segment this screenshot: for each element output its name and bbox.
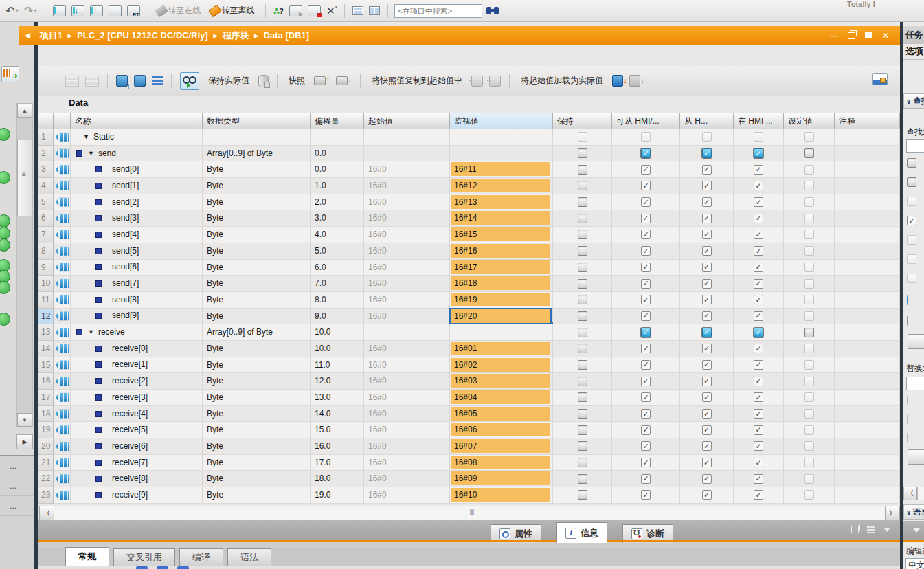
data-type-cell[interactable]: Byte — [203, 487, 311, 504]
hmi-visible-checkbox[interactable]: ✓ — [754, 377, 763, 386]
redo-dropdown-icon[interactable]: ± — [34, 8, 36, 14]
find-replace-section-header[interactable]: ∨ 查找和替换 — [903, 93, 924, 109]
name-cell[interactable]: send[9] — [71, 309, 203, 325]
row-number[interactable]: 16 — [38, 373, 54, 390]
hmi-visible-checkbox[interactable]: ✓ — [754, 474, 763, 484]
hmi-writable-checkbox[interactable]: ✓ — [702, 328, 712, 337]
hmi-writable-checkbox[interactable]: ✓ — [702, 409, 712, 419]
hmi-accessible-checkbox[interactable]: ✓ — [641, 197, 651, 207]
cross-references-button[interactable]: ✕² — [325, 3, 338, 19]
monitor-cell[interactable]: 16#11 — [450, 161, 553, 178]
column-header[interactable]: 监视值 — [450, 113, 553, 129]
close-icon[interactable]: ✕ — [882, 31, 889, 41]
name-cell[interactable]: send[2] — [71, 194, 203, 211]
subtab-编译[interactable]: 编译 — [179, 548, 223, 566]
hmi-accessible-checkbox[interactable]: ✓ — [641, 441, 651, 451]
hmi-writable-checkbox[interactable]: ✓ — [702, 377, 712, 386]
data-type-cell[interactable]: Byte — [203, 292, 311, 309]
monitor-value[interactable]: 16#19 — [451, 293, 550, 306]
go-online-button[interactable]: 转至在线 — [155, 3, 205, 19]
languages-section-header[interactable]: ∨ 语言和资源 — [903, 504, 924, 520]
download-to-device-button[interactable]: ↓ — [70, 3, 86, 19]
data-type-cell[interactable]: Byte — [203, 161, 311, 178]
go-offline-button[interactable]: 转至离线 — [208, 3, 259, 19]
setpoint-checkbox[interactable] — [804, 328, 814, 337]
row-number[interactable]: 19 — [38, 422, 54, 438]
monitor-value[interactable]: 16#13 — [451, 195, 550, 209]
project-tree-scrollbar[interactable]: ▲ ▼ — [16, 103, 33, 427]
row-number[interactable]: 18 — [38, 406, 54, 423]
name-cell[interactable]: receive[6] — [71, 438, 203, 455]
search-down-radio[interactable] — [907, 295, 908, 305]
stop-cpu-button[interactable] — [306, 3, 322, 19]
retain-checkbox[interactable] — [578, 165, 587, 175]
monitor-cell[interactable]: 16#19 — [450, 292, 553, 309]
data-type-cell[interactable]: Byte — [203, 373, 311, 390]
hmi-visible-checkbox[interactable]: ✓ — [754, 165, 763, 175]
data-type-cell[interactable]: Byte — [203, 455, 311, 471]
hmi-visible-checkbox[interactable]: ✓ — [754, 263, 763, 272]
hmi-writable-checkbox[interactable]: ✓ — [702, 474, 712, 484]
scroll-up-button[interactable]: ▲ — [17, 104, 32, 118]
row-number[interactable]: 2 — [38, 146, 54, 162]
name-cell[interactable]: receive[4] — [71, 406, 203, 423]
comment-cell[interactable] — [835, 276, 900, 292]
row-number[interactable]: 5 — [38, 194, 54, 211]
comment-cell[interactable] — [835, 243, 900, 260]
monitor-value[interactable]: 16#10 — [451, 488, 550, 502]
row-number[interactable]: 6 — [38, 210, 54, 227]
hmi-accessible-checkbox[interactable]: ✓ — [641, 311, 651, 321]
comment-cell[interactable] — [835, 422, 900, 438]
hmi-writable-checkbox[interactable]: ✓ — [702, 392, 712, 402]
monitor-value[interactable]: 16#17 — [451, 260, 550, 274]
monitor-cell[interactable]: 16#12 — [450, 178, 553, 194]
comment-cell[interactable] — [835, 129, 900, 146]
hmi-accessible-checkbox[interactable]: ✓ — [641, 425, 651, 435]
row-number[interactable]: 9 — [38, 260, 54, 276]
start-value-cell[interactable]: 16#0 — [364, 260, 450, 276]
monitor-cell[interactable]: 16#20 — [450, 309, 553, 325]
start-value-cell[interactable]: 16#0 — [364, 357, 450, 374]
name-cell[interactable]: ▼Static — [71, 129, 203, 146]
breadcrumb-item[interactable]: Data [DB1] — [264, 30, 309, 41]
undo-button[interactable]: ↶± — [4, 3, 20, 19]
start-value-cell[interactable]: 16#0 — [364, 227, 450, 243]
search-up-radio[interactable] — [907, 316, 908, 326]
hmi-accessible-checkbox[interactable]: ✓ — [641, 246, 651, 256]
restore-icon[interactable] — [848, 32, 855, 39]
comment-cell[interactable] — [835, 390, 900, 406]
row-number[interactable]: 21 — [38, 455, 54, 471]
comment-cell[interactable] — [835, 373, 900, 390]
snapshot-download-button[interactable] — [335, 73, 353, 89]
retain-checkbox[interactable] — [578, 295, 587, 304]
monitor-cell[interactable]: 16#08 — [450, 455, 553, 471]
name-cell[interactable]: receive[2] — [71, 373, 203, 390]
monitor-value[interactable]: 16#16 — [451, 244, 550, 258]
find-input[interactable] — [906, 139, 924, 153]
column-header[interactable]: 可从 HMI/... — [612, 113, 680, 129]
column-header[interactable]: 在 HMI ... — [734, 113, 784, 129]
retain-checkbox[interactable] — [578, 490, 587, 500]
scrollbar-track[interactable] — [54, 506, 885, 520]
name-cell[interactable]: receive[7] — [71, 455, 203, 471]
inspector-tab-诊断[interactable]: 诊断 — [622, 524, 673, 543]
name-cell[interactable]: send[7] — [71, 276, 203, 292]
name-cell[interactable]: ▼send — [71, 146, 203, 162]
row-number[interactable]: 3 — [38, 161, 54, 178]
name-cell[interactable]: receive[3] — [71, 390, 203, 406]
hmi-visible-checkbox[interactable]: ✓ — [754, 344, 763, 353]
monitor-value[interactable]: 16#09 — [451, 471, 550, 485]
retain-checkbox[interactable] — [578, 425, 587, 435]
comment-cell[interactable] — [835, 455, 900, 471]
minimize-icon[interactable]: — — [830, 31, 838, 41]
retain-checkbox[interactable] — [578, 392, 587, 402]
load-start-values-all-button[interactable] — [628, 73, 642, 89]
start-value-cell[interactable]: 16#0 — [364, 422, 450, 438]
monitor-value[interactable]: 16#08 — [451, 456, 550, 469]
monitor-cell[interactable]: 16#10 — [450, 487, 553, 504]
replace-button[interactable] — [908, 449, 924, 465]
retain-checkbox[interactable] — [578, 148, 587, 158]
column-header[interactable]: 注释 — [835, 113, 900, 129]
monitor-value[interactable]: 16#04 — [451, 390, 550, 404]
hmi-visible-checkbox[interactable]: ✓ — [754, 148, 763, 158]
